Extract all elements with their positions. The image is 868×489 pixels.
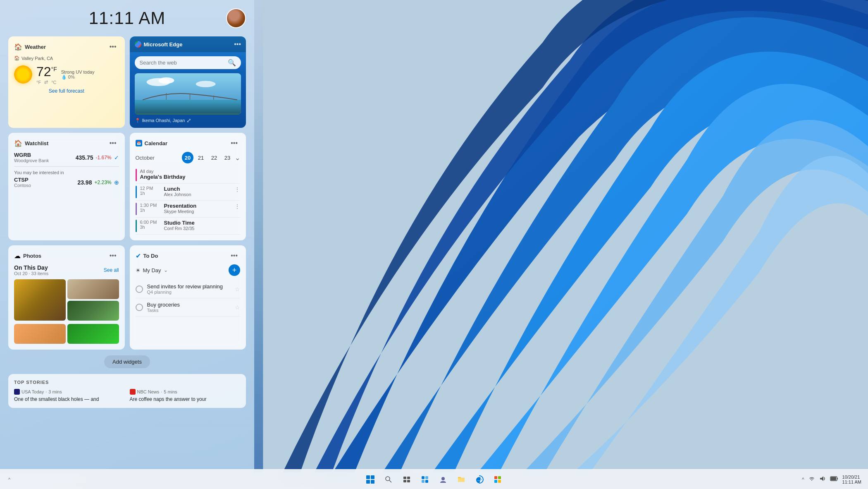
- user-avatar[interactable]: [226, 8, 246, 28]
- search-taskbar-button[interactable]: [381, 472, 396, 487]
- wifi-signal-icon: [808, 475, 815, 482]
- edge-hero-image: [135, 73, 241, 115]
- calendar-event-birthday: All day Angela's Birthday: [136, 167, 241, 184]
- stock-price-row-wgrb: 435.75 -1.67% ✓: [76, 154, 119, 161]
- edge-location: 📍 Ikema Ohashi, Japan ⤢: [130, 115, 246, 128]
- calendar-date-20[interactable]: 20: [182, 152, 193, 163]
- photo-thumb-4[interactable]: [14, 324, 66, 344]
- calendar-event-presentation: 1:30 PM 1h Presentation Skype Meeting ⋮: [136, 201, 241, 218]
- taskbar-overflow-icon[interactable]: ^: [8, 477, 10, 482]
- clock-display: 10/20/21 11:11 AM: [842, 475, 861, 484]
- search-taskbar-icon: [384, 475, 393, 484]
- edge-search-input[interactable]: [140, 60, 225, 66]
- edge-more-button[interactable]: •••: [234, 41, 241, 48]
- taskbar: ^: [0, 469, 868, 489]
- photo-thumb-2[interactable]: [67, 279, 119, 299]
- nbc-logo: [130, 389, 136, 395]
- calendar-date-21[interactable]: 21: [195, 152, 207, 163]
- svg-point-4: [158, 77, 174, 84]
- photos-title: Photos: [23, 253, 41, 259]
- photos-title-row: ☁ Photos: [14, 252, 41, 260]
- calendar-date-22[interactable]: 22: [208, 152, 220, 163]
- event-bar-presentation: [136, 203, 137, 215]
- event-content-presentation: 1:30 PM 1h: [140, 203, 161, 213]
- photos-more-button[interactable]: •••: [107, 251, 119, 260]
- sun-small-icon: ☀: [136, 267, 141, 273]
- start-button[interactable]: [363, 472, 378, 487]
- watchlist-suggest-text: You may be interested in: [14, 170, 119, 175]
- widgets-taskbar-button[interactable]: [417, 472, 432, 487]
- svg-line-10: [389, 480, 391, 482]
- todo-check-1[interactable]: [136, 304, 143, 311]
- todo-star-1[interactable]: ☆: [235, 304, 240, 311]
- battery-level-icon: [830, 476, 838, 482]
- watchlist-widget: 🏠 Watchlist ••• WGRB Woodgrove Bank 435.…: [8, 133, 125, 240]
- event-details-lunch: Lunch Alex Johnson: [164, 186, 191, 197]
- photos-grid: [14, 279, 119, 322]
- calendar-event-lunch: 12 PM 1h Lunch Alex Johnson ⋮: [136, 184, 241, 201]
- edge-browser-button[interactable]: [472, 472, 487, 487]
- todo-title-row: ✔ To Do: [136, 252, 158, 260]
- svg-point-19: [441, 477, 445, 480]
- weather-forecast-link[interactable]: See full forecast: [14, 88, 119, 94]
- chat-button[interactable]: [436, 472, 451, 487]
- watchlist-title: Watchlist: [25, 140, 48, 146]
- file-explorer-button[interactable]: [454, 472, 469, 487]
- todo-check-0[interactable]: [136, 285, 143, 293]
- add-widgets-button[interactable]: Add widgets: [104, 355, 150, 368]
- sun-icon: [14, 65, 32, 84]
- calendar-date-23[interactable]: 23: [222, 152, 233, 163]
- photo-thumb-5[interactable]: [67, 324, 119, 344]
- svg-rect-23: [498, 480, 501, 483]
- photo-thumb-3[interactable]: [67, 301, 119, 321]
- svg-rect-14: [407, 480, 410, 482]
- todo-more-button[interactable]: •••: [228, 251, 240, 260]
- calendar-title-row: 📅 Calendar: [136, 140, 168, 146]
- calendar-chevron-icon[interactable]: ⌄: [235, 154, 240, 162]
- home-icon: 🏠: [14, 55, 20, 61]
- watchlist-more-button[interactable]: •••: [107, 139, 119, 148]
- tray-chevron-icon[interactable]: ^: [802, 477, 804, 482]
- todo-text-0: Send invites for review planning Q4 plan…: [147, 283, 231, 295]
- store-icon: [493, 475, 502, 484]
- watchlist-title-row: 🏠 Watchlist: [14, 139, 48, 147]
- todo-chevron-icon: ⌄: [164, 267, 168, 273]
- battery-icon[interactable]: [830, 476, 838, 483]
- event-bar-studio: [136, 220, 137, 232]
- stock-item-wgrb: WGRB Woodgrove Bank 435.75 -1.67% ✓: [14, 152, 119, 163]
- weather-title: Weather: [25, 44, 46, 50]
- photos-header: ☁ Photos •••: [14, 251, 119, 260]
- calendar-more-button[interactable]: •••: [228, 139, 240, 148]
- story-item-0[interactable]: USA Today · 3 mins One of the smallest b…: [14, 389, 125, 402]
- photos-icon: ☁: [14, 252, 21, 260]
- photo-thumb-1[interactable]: [14, 279, 66, 321]
- story-item-1[interactable]: NBC News · 5 mins Are coffee naps the an…: [130, 389, 241, 402]
- event-details-studio: Studio Time Conf Rm 32/35: [164, 220, 195, 231]
- todo-star-0[interactable]: ☆: [235, 286, 240, 292]
- task-view-button[interactable]: [399, 472, 414, 487]
- stock-ticker-wgrb: WGRB Woodgrove Bank: [14, 152, 49, 163]
- wifi-icon[interactable]: [808, 475, 815, 483]
- taskbar-right: ^ 10/20/21: [802, 475, 861, 484]
- svg-rect-26: [831, 477, 836, 480]
- top-stories-title: TOP STORIES: [14, 380, 240, 385]
- todo-myday-selector[interactable]: ☀ My Day ⌄: [136, 267, 168, 273]
- svg-rect-12: [407, 477, 410, 479]
- volume-icon[interactable]: [819, 475, 826, 484]
- todo-add-button[interactable]: +: [229, 264, 240, 276]
- edge-expand-icon[interactable]: ⤢: [186, 117, 191, 124]
- svg-rect-20: [494, 476, 497, 479]
- calendar-widget: 📅 Calendar ••• October 20 21 22 23 ⌄: [130, 133, 246, 240]
- system-clock[interactable]: 10/20/21 11:11 AM: [842, 475, 861, 484]
- event-bar-lunch: [136, 186, 137, 198]
- store-button[interactable]: [490, 472, 505, 487]
- stories-grid: USA Today · 3 mins One of the smallest b…: [14, 389, 240, 402]
- stock-verify-icon: ✓: [114, 154, 119, 161]
- stock-add-icon[interactable]: ⊕: [114, 179, 119, 186]
- weather-more-button[interactable]: •••: [107, 42, 119, 51]
- edge-search-bar[interactable]: 🔍: [135, 56, 241, 69]
- photos-see-all-link[interactable]: See all: [104, 267, 119, 273]
- weather-temp-block: 72°F °F ⇄ °C: [36, 64, 57, 85]
- todo-title: To Do: [143, 253, 158, 259]
- event-details-presentation: Presentation Skype Meeting: [164, 203, 197, 214]
